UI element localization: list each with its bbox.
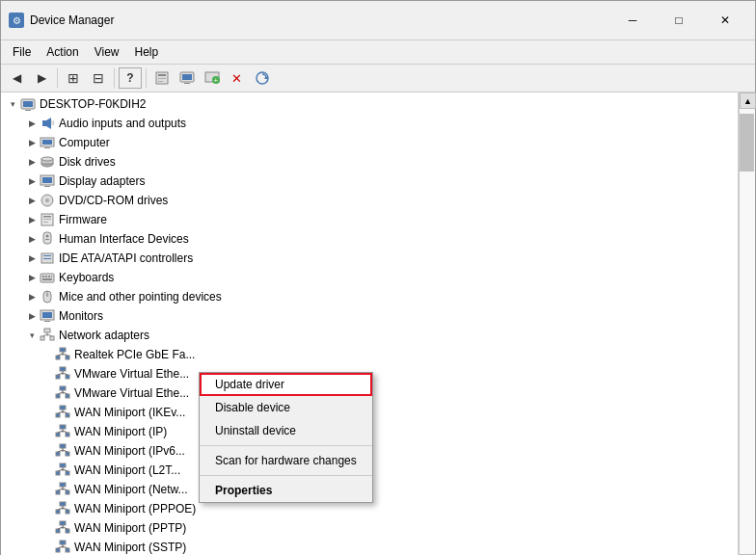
svg-rect-51 bbox=[44, 321, 50, 322]
wan-ike-label: WAN Miniport (IKEv... bbox=[74, 406, 185, 419]
svg-rect-26 bbox=[42, 177, 52, 183]
dvd-expander[interactable]: ▶ bbox=[24, 193, 40, 208]
list-item[interactable]: ▶ WAN Miniport (SSTP) bbox=[1, 538, 738, 555]
toolbar-separator-1 bbox=[57, 68, 58, 88]
list-item[interactable]: ▾ Network adapters bbox=[1, 326, 738, 345]
computer-label: Computer bbox=[59, 136, 110, 149]
svg-rect-53 bbox=[40, 336, 44, 340]
wan-netw-label: WAN Miniport (Netw... bbox=[74, 483, 188, 496]
menu-view[interactable]: View bbox=[87, 42, 127, 62]
list-item[interactable]: ▶ IDE ATA/ATAPI controllers bbox=[1, 249, 738, 268]
context-properties[interactable]: Properties bbox=[200, 479, 372, 502]
svg-rect-20 bbox=[42, 140, 52, 145]
svg-rect-33 bbox=[43, 222, 48, 223]
menu-action[interactable]: Action bbox=[39, 42, 86, 62]
disk-label: Disk drives bbox=[59, 155, 116, 169]
kb-icon bbox=[40, 270, 55, 285]
svg-rect-2 bbox=[158, 78, 166, 79]
list-item[interactable]: ▶ Mice and other pointing devices bbox=[1, 287, 738, 306]
ide-expander[interactable]: ▶ bbox=[24, 251, 40, 266]
display-expander[interactable]: ▶ bbox=[24, 173, 40, 189]
scan-button[interactable] bbox=[251, 67, 274, 89]
audio-expander[interactable]: ▶ bbox=[24, 116, 40, 131]
list-item[interactable]: ▶ WAN Miniport (PPTP) bbox=[1, 518, 738, 538]
svg-rect-39 bbox=[43, 258, 51, 259]
svg-rect-83 bbox=[56, 433, 60, 436]
monitors-icon bbox=[40, 308, 55, 324]
svg-rect-114 bbox=[66, 529, 69, 533]
svg-rect-44 bbox=[51, 276, 52, 278]
svg-rect-45 bbox=[42, 278, 52, 280]
context-separator-2 bbox=[200, 475, 372, 476]
list-item[interactable]: ▶ Computer bbox=[1, 133, 738, 152]
close-button[interactable]: ✕ bbox=[703, 7, 747, 34]
tree-root[interactable]: ▾ DESKTOP-F0KDIH2 bbox=[1, 94, 738, 114]
app-icon: ⚙ bbox=[9, 13, 24, 28]
svg-rect-5 bbox=[182, 74, 192, 80]
network-label: Network adapters bbox=[59, 329, 149, 342]
svg-text:+: + bbox=[214, 76, 219, 85]
context-scan-hardware[interactable]: Scan for hardware changes bbox=[200, 449, 372, 472]
network-icon bbox=[40, 328, 55, 343]
context-update-driver[interactable]: Update driver bbox=[200, 373, 372, 396]
maximize-button[interactable]: □ bbox=[657, 7, 701, 34]
collapse-button[interactable]: ⊟ bbox=[87, 67, 110, 89]
menu-help[interactable]: Help bbox=[127, 42, 167, 62]
disk-expander[interactable]: ▶ bbox=[24, 154, 40, 170]
menu-file[interactable]: File bbox=[5, 42, 39, 62]
network-expander[interactable]: ▾ bbox=[24, 328, 40, 343]
remove-button[interactable]: ✕ bbox=[226, 67, 249, 89]
svg-point-48 bbox=[46, 294, 49, 297]
computer-expander[interactable]: ▶ bbox=[24, 135, 40, 150]
list-item[interactable]: ▶ DVD/CD-ROM drives bbox=[1, 191, 738, 210]
svg-rect-100 bbox=[60, 483, 66, 487]
firmware-expander[interactable]: ▶ bbox=[24, 212, 40, 227]
add-button[interactable]: + bbox=[201, 67, 224, 89]
svg-rect-43 bbox=[48, 276, 50, 278]
expand-button[interactable]: ⊞ bbox=[62, 67, 85, 89]
svg-rect-107 bbox=[56, 510, 60, 514]
scroll-up-button[interactable]: ▲ bbox=[740, 92, 756, 109]
svg-rect-65 bbox=[56, 375, 60, 379]
scroll-thumb[interactable] bbox=[740, 114, 754, 172]
root-expander[interactable]: ▾ bbox=[5, 96, 20, 112]
svg-rect-6 bbox=[184, 83, 190, 84]
list-item[interactable]: ▶ Monitors bbox=[1, 306, 738, 326]
vertical-scrollbar[interactable]: ▲ ▼ bbox=[739, 92, 755, 555]
list-item[interactable]: ▶ Keyboards bbox=[1, 268, 738, 287]
wan-pptp-label: WAN Miniport (PPTP) bbox=[74, 521, 186, 535]
svg-rect-118 bbox=[60, 541, 66, 544]
window: ⚙ Device Manager ─ □ ✕ File Action View … bbox=[0, 0, 756, 555]
list-item[interactable]: ▶ Display adapters bbox=[1, 172, 738, 191]
context-uninstall-device[interactable]: Uninstall device bbox=[200, 419, 372, 442]
help-button[interactable]: ? bbox=[119, 67, 142, 89]
list-item[interactable]: ▶ Human Interface Devices bbox=[1, 229, 738, 249]
wan-ipv6-icon bbox=[55, 443, 70, 459]
scroll-track[interactable] bbox=[740, 109, 755, 554]
back-button[interactable]: ◀ bbox=[5, 67, 28, 89]
svg-rect-82 bbox=[60, 425, 66, 429]
tree-pane[interactable]: ▾ DESKTOP-F0KDIH2 ▶ )) Audio inputs and … bbox=[1, 92, 739, 555]
disk-icon bbox=[40, 154, 55, 170]
list-item[interactable]: ▶ Realtek PCIe GbE Fa... bbox=[1, 345, 738, 364]
svg-rect-16 bbox=[42, 120, 46, 126]
kb-expander[interactable]: ▶ bbox=[24, 270, 40, 285]
svg-rect-119 bbox=[56, 548, 60, 552]
wan-sstp-label: WAN Miniport (SSTP) bbox=[74, 541, 186, 554]
display-icon bbox=[40, 173, 55, 189]
list-item[interactable]: ▶ )) Audio inputs and outputs bbox=[1, 114, 738, 133]
svg-rect-88 bbox=[60, 444, 66, 448]
list-item[interactable]: ▶ Firmware bbox=[1, 210, 738, 229]
forward-button[interactable]: ▶ bbox=[30, 67, 53, 89]
monitors-expander[interactable]: ▶ bbox=[24, 308, 40, 324]
svg-point-29 bbox=[45, 198, 49, 202]
svg-rect-41 bbox=[42, 276, 44, 278]
list-item[interactable]: ▶ Disk drives bbox=[1, 152, 738, 172]
hid-expander[interactable]: ▶ bbox=[24, 231, 40, 247]
properties-button[interactable] bbox=[150, 67, 174, 89]
context-disable-device[interactable]: Disable device bbox=[200, 396, 372, 419]
mice-expander[interactable]: ▶ bbox=[24, 289, 40, 304]
minimize-button[interactable]: ─ bbox=[610, 7, 655, 34]
monitor-button[interactable] bbox=[176, 67, 199, 89]
svg-rect-36 bbox=[45, 239, 49, 240]
